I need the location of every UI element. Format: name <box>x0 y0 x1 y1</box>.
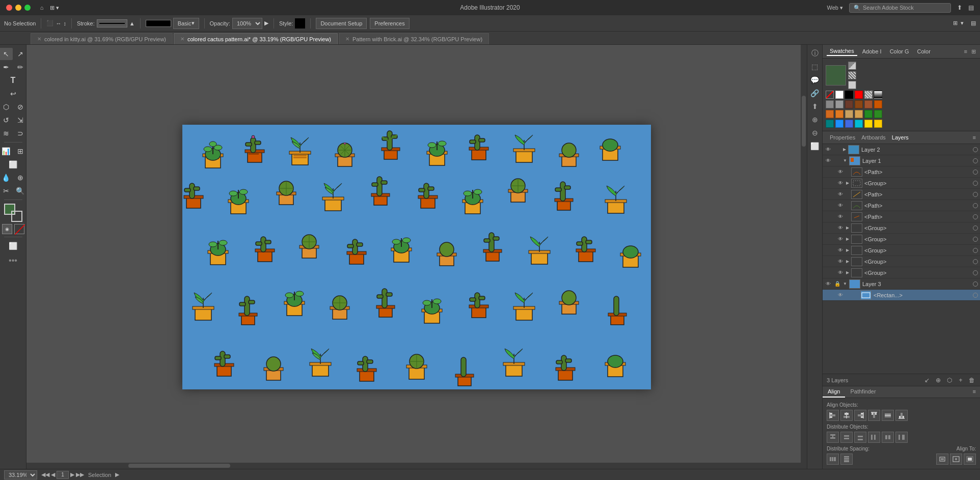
align-left-btn[interactable] <box>827 410 839 421</box>
dist-horiz-spacing-btn[interactable] <box>827 454 839 465</box>
swatch-teal1[interactable] <box>826 120 834 128</box>
tab-3[interactable]: ✕ Pattern with Brick.ai @ 32.34% (RGB/GP… <box>339 33 489 44</box>
swatches-menu-icon[interactable]: ≡ <box>964 48 967 54</box>
adobe-illustrator-tab[interactable]: Adobe I <box>859 47 885 55</box>
move-selection-btn[interactable]: ⬡ <box>945 376 954 384</box>
tab-1[interactable]: ✕ colored in kitty.ai @ 31.69% (RGB/GPU … <box>31 33 173 44</box>
path-4-visibility[interactable]: 👁 <box>837 213 844 220</box>
group-2-item[interactable]: 👁 ▶ <Group> <box>823 222 980 234</box>
group-2-target[interactable] <box>973 225 978 231</box>
dist-top-btn[interactable] <box>827 432 839 443</box>
path-3-visibility[interactable]: 👁 <box>837 202 844 209</box>
swatch-yellow1[interactable] <box>864 120 873 128</box>
swatch-gray2[interactable] <box>835 100 843 108</box>
tab-close-1[interactable]: ✕ <box>37 36 41 42</box>
home-button[interactable]: ⌂ <box>37 3 47 13</box>
swatch-large-preview[interactable] <box>826 65 846 86</box>
layer-1-visibility[interactable]: 👁 <box>825 157 832 164</box>
grid-view-button[interactable]: ⊞ ▾ <box>50 5 59 11</box>
layer-1-item[interactable]: 👁 ▼ Layer 1 <box>823 155 980 166</box>
swatch-grad1[interactable] <box>874 91 882 99</box>
layer-2-visibility[interactable]: 👁 <box>825 146 832 153</box>
zoom-select[interactable]: 33.19% <box>4 470 37 479</box>
group-3-visibility[interactable]: 👁 <box>837 236 844 243</box>
window-controls[interactable] <box>6 5 31 11</box>
swatch-blue1[interactable] <box>835 120 843 128</box>
scale-tool[interactable]: ⇲ <box>14 114 27 126</box>
prev-artboard-btn[interactable]: ◀◀ <box>41 471 49 478</box>
align-top-btn[interactable] <box>868 410 880 421</box>
more-tools-button[interactable]: ••• <box>9 253 17 268</box>
align-right-btn[interactable] <box>854 410 866 421</box>
artboards-tab[interactable]: Artboards <box>858 133 889 142</box>
zoom-tool[interactable]: 🔍 <box>14 185 27 197</box>
swatch-tan2[interactable] <box>855 110 863 118</box>
vertical-scrollbar[interactable] <box>801 45 807 463</box>
swatch-p3[interactable] <box>848 81 856 89</box>
stroke-type-button[interactable]: Basic ▾ <box>173 18 199 29</box>
comment-button[interactable]: 💬 <box>809 74 821 86</box>
stroke-line-style[interactable] <box>146 20 171 27</box>
warp-tool[interactable]: ≋ <box>0 127 13 139</box>
group-6-item[interactable]: 👁 ▶ <Group> <box>823 267 980 278</box>
swatch-cyan1[interactable] <box>855 120 863 128</box>
path-3-target[interactable] <box>973 203 978 208</box>
swatch-p2[interactable] <box>848 71 856 79</box>
opacity-select[interactable]: 100% <box>232 18 262 29</box>
align-to-artboard-btn[interactable] <box>964 454 976 465</box>
new-layer-btn[interactable]: + <box>957 376 965 384</box>
color-tab[interactable]: Color <box>914 47 934 55</box>
path-tool[interactable]: ⊘ <box>14 101 27 113</box>
layer-3-expand[interactable]: ▼ <box>843 281 847 286</box>
direct-selection-tool[interactable]: ↗ <box>14 48 27 60</box>
swatch-green2[interactable] <box>874 110 882 118</box>
arrange-menu[interactable]: ▾ <box>961 20 964 26</box>
group-5-item[interactable]: 👁 ▶ <Group> <box>823 256 980 267</box>
blend-tool[interactable]: ⊕ <box>14 172 27 184</box>
prev-btn[interactable]: ◀ <box>51 471 55 478</box>
undo-tool[interactable]: ↩ <box>7 88 20 100</box>
screen-mode-button[interactable]: ⬜ <box>7 240 20 252</box>
selection-tool[interactable]: ↖ <box>0 48 13 60</box>
swatch-green1[interactable] <box>864 110 873 118</box>
group-4-expand[interactable]: ▶ <box>846 248 849 252</box>
group-6-expand[interactable]: ▶ <box>846 270 849 275</box>
group-4-target[interactable] <box>973 248 978 253</box>
path-1-target[interactable] <box>973 170 978 175</box>
dist-left-btn[interactable] <box>868 432 880 443</box>
swatch-white[interactable] <box>835 91 843 99</box>
color-groups-tab[interactable]: Color G <box>887 47 912 55</box>
canvas-area[interactable] <box>26 45 807 469</box>
slice-tool[interactable]: ✂ <box>0 185 13 197</box>
align-middle-v-btn[interactable] <box>882 410 894 421</box>
swatch-red[interactable] <box>855 91 863 99</box>
path-2-item[interactable]: 👁 ▶ <Path> <box>823 189 980 200</box>
dist-bottom-btn[interactable] <box>854 432 866 443</box>
group-5-target[interactable] <box>973 259 978 264</box>
swatch-brown2[interactable] <box>855 100 863 108</box>
layer-3-lock[interactable]: 🔒 <box>834 281 841 287</box>
swatch-none[interactable] <box>826 91 834 99</box>
group-2-visibility[interactable]: 👁 <box>837 224 844 232</box>
tab-close-2[interactable]: ✕ <box>180 36 184 42</box>
group-3-target[interactable] <box>973 237 978 242</box>
group-5-expand[interactable]: ▶ <box>846 259 849 264</box>
swatch-tan1[interactable] <box>845 110 853 118</box>
layer-2-item[interactable]: 👁 ▶ Layer 2 <box>823 144 980 155</box>
artboard-number-input[interactable] <box>57 471 69 479</box>
arrange-icon[interactable]: ⊞ <box>953 20 958 26</box>
properties-tab[interactable]: Properties <box>827 133 858 142</box>
align-to-selection-btn[interactable] <box>936 454 948 465</box>
shape-builder-tool[interactable]: ⬡ <box>0 101 13 113</box>
style-box[interactable] <box>295 18 305 29</box>
stroke-color[interactable] <box>11 211 22 222</box>
swatch-p1[interactable] <box>848 62 856 70</box>
stroke-preview[interactable] <box>97 19 127 27</box>
swatch-orange1[interactable] <box>874 100 882 108</box>
next-artboard-btn[interactable]: ▶▶ <box>76 471 84 478</box>
rotate-tool[interactable]: ↺ <box>0 114 13 126</box>
zoom-out-button[interactable]: ⊖ <box>809 127 821 138</box>
dist-right-btn[interactable] <box>895 432 908 443</box>
align-center-h-btn[interactable] <box>840 410 853 421</box>
close-button[interactable] <box>6 5 12 11</box>
